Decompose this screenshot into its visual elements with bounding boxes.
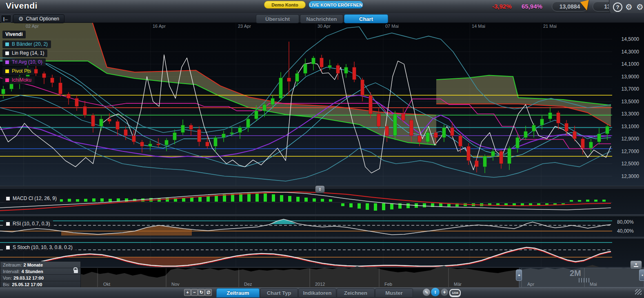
toolbar-tab-zeichnen[interactable]: Zeichnen — [337, 288, 375, 298]
info-value: 4 Stunden — [22, 269, 43, 274]
window-resize-grip[interactable] — [635, 289, 642, 295]
chevron-down-icon: ▼ — [635, 263, 638, 266]
info-label: Intervall: — [3, 269, 20, 274]
gear-icon: ⚙ — [18, 16, 24, 22]
y-axis-label: 13,9000 — [611, 74, 639, 80]
nav-month-label: 2012 — [315, 282, 325, 287]
date-label: 07 Mai — [385, 24, 399, 29]
rsi-level-80-label: 80,00% — [617, 219, 634, 225]
legend-item-2[interactable]: Lin Reg (14, 1) — [2, 49, 47, 57]
y-axis-label: 12,7000 — [611, 149, 639, 154]
y-axis-label: 13,1000 — [611, 124, 639, 129]
legend-swatch — [5, 78, 9, 82]
chart-options-button[interactable]: ⚙ Chart Optionen — [13, 14, 64, 23]
y-axis-label: 14,3000 — [611, 49, 639, 55]
legend-label: B Bänder (20, 2) — [12, 41, 48, 47]
y-axis-label: 12,5000 — [611, 161, 639, 167]
legend-swatch — [5, 51, 9, 55]
y-axis-label: 13,7000 — [611, 86, 639, 92]
nav-month-label: Nov — [171, 282, 180, 287]
info-value: 29.03.12 17:00 — [13, 276, 44, 280]
nav-month-label: Okt — [103, 282, 110, 287]
navigator-left-drag-handle[interactable]: ◂▸ — [516, 269, 522, 281]
settings-gears-icon[interactable]: ⚙ — [625, 3, 633, 11]
legend-item-1[interactable]: B Bänder (20, 2) — [2, 40, 51, 48]
nav-month-label: Mai — [590, 282, 597, 287]
legend-item-5[interactable]: IchiMoku — [2, 76, 35, 84]
scroll-up-down-button[interactable]: ▲▼ — [431, 288, 440, 296]
toolbar-tab-chart-typ[interactable]: Chart Typ — [260, 288, 298, 298]
toolbar-tab-indikatoren[interactable]: Indikatoren — [298, 288, 336, 298]
legend-label: Pivot Pts — [12, 68, 31, 74]
values-1234-button[interactable]: 1234 — [449, 289, 461, 296]
zoom-in-button[interactable]: + — [184, 289, 191, 296]
toolbar-tab-muster[interactable]: Muster — [375, 288, 413, 298]
lock-icon[interactable]: ⚙ — [636, 3, 644, 11]
tab-übersicht[interactable]: Übersicht — [256, 14, 299, 23]
navigator-right-drag-handle[interactable]: ◂ — [639, 269, 644, 281]
stoch-label: S Stoch (10, 10, 3, 0.8, 0.2) — [13, 245, 73, 250]
lock-icon[interactable] — [74, 270, 78, 273]
chart-canvas[interactable] — [0, 0, 644, 298]
legend-label: Lin Reg (14, 1) — [12, 50, 44, 56]
legend-swatch — [5, 60, 9, 64]
legend-instrument[interactable]: Vivendi — [2, 31, 26, 38]
toolbar-tab-zeitraum[interactable]: Zeitraum — [216, 288, 260, 298]
help-support-icon[interactable]: ? — [613, 2, 622, 12]
date-label: 02 Apr — [26, 24, 39, 29]
info-label: Bis: — [3, 282, 10, 287]
y-axis-label: 13,5000 — [611, 99, 639, 105]
info-row: Intervall:4 Stunden — [0, 268, 80, 275]
open-live-account-button[interactable]: LIVE KONTO ERÖFFNEN — [309, 1, 363, 9]
nav-month-label: Apr — [527, 282, 534, 287]
rsi-level-40-label: 40,00% — [617, 228, 634, 234]
zoom-out-button[interactable]: − — [191, 289, 198, 296]
macd-label: MACD Cl (12, 26, 9) — [13, 196, 57, 201]
legend-item-4[interactable]: Pivot Pts — [2, 67, 34, 75]
panel-separator — [0, 237, 644, 239]
y-axis-label: 14,1000 — [611, 61, 639, 67]
demo-account-button[interactable]: Demo Konto — [264, 1, 306, 9]
stoch-label-badge[interactable]: S Stoch (10, 10, 3, 0.8, 0.2) — [3, 244, 76, 251]
instrument-title: Vivendi — [6, 1, 38, 11]
date-label: 16 Apr — [153, 24, 166, 29]
nav-month-label: Dez — [244, 282, 252, 287]
tab-chart[interactable]: Chart — [344, 14, 388, 23]
system-icon-panel: ? ⚙ ⚙ — [609, 0, 644, 14]
chart-info-box: Zeitraum:2 MonateIntervall:4 StundenVon:… — [0, 261, 81, 288]
y-axis-label: 12,9000 — [611, 136, 639, 142]
info-label: Zeitraum: — [3, 262, 22, 267]
date-label: 23 Apr — [238, 24, 251, 29]
macd-label-badge[interactable]: MACD Cl (12, 26, 9) — [3, 195, 60, 202]
trading-app-window: ▲▼ Vivendi Demo Konto LIVE KONTO ERÖFFNE… — [0, 0, 644, 298]
date-label: 30 Apr — [318, 24, 331, 29]
panel-separator — [0, 267, 644, 268]
clear-button[interactable]: ∅ — [205, 289, 212, 296]
rsi-label-badge[interactable]: RSI (10, 0.7, 0.3) — [3, 220, 53, 228]
info-row: Von:29.03.12 17:00 — [0, 275, 80, 281]
panel-resize-handle[interactable]: ▲▼ — [315, 185, 325, 193]
refresh-button[interactable]: ↻ — [198, 289, 205, 296]
draw-pencil-button[interactable]: ✎ — [423, 289, 430, 296]
rsi-label: RSI (10, 0.7, 0.3) — [13, 221, 50, 227]
info-row: Bis:25.05.12 17:00 — [0, 281, 80, 288]
y-axis-label: 14,5000 — [611, 36, 639, 42]
crosshair-button[interactable]: + — [441, 289, 448, 296]
info-value: 2 Monate — [23, 262, 43, 267]
info-value: 25.05.12 17:00 — [12, 282, 42, 287]
legend-label: IchiMoku — [12, 77, 31, 83]
info-row: Zeitraum:2 Monate — [0, 262, 80, 268]
y-axis-label: 13,3000 — [611, 111, 639, 117]
legend-item-3[interactable]: Tri Avg (10, 0) — [2, 58, 46, 66]
collapse-panels-button[interactable]: ▼ — [630, 260, 642, 269]
info-label: Von: — [3, 276, 12, 280]
change-percent: -3,92% — [492, 3, 512, 10]
collapse-sidebar-button[interactable]: |← — [1, 15, 11, 23]
tab-nachrichten[interactable]: Nachrichten — [300, 14, 343, 23]
legend-swatch — [5, 42, 9, 46]
legend-swatch — [5, 69, 9, 73]
y-axis-label: 12,3000 — [611, 173, 639, 179]
macd-swatch — [6, 197, 10, 200]
legend-label: Tri Avg (10, 0) — [12, 59, 42, 65]
date-label: 21 Mai — [543, 24, 557, 29]
